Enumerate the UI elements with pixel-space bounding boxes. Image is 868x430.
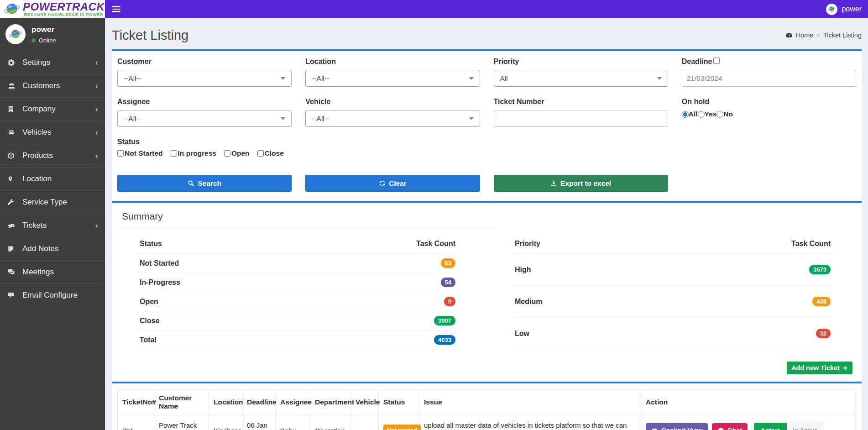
breadcrumb-home-link[interactable]: Home [796, 31, 814, 39]
dashboard-icon [785, 32, 793, 39]
tickets-table-panel: TicketNo# Customer Name Location Deadlin… [112, 382, 862, 430]
sidebar-item-company[interactable]: Company [0, 97, 105, 121]
status-row-label: Close [137, 311, 300, 330]
download-icon [550, 180, 557, 187]
sidebar-item-tickets[interactable]: Tickets [0, 214, 105, 237]
vehicle-label: Vehicle [305, 98, 480, 106]
vehicle-cell [351, 415, 379, 430]
status-checkbox-not-started[interactable] [117, 150, 124, 157]
on-hold-radio-yes[interactable] [698, 111, 705, 118]
column-header-department: Department [310, 389, 351, 415]
status-row-label: Total [137, 330, 300, 350]
comment-icon [7, 291, 16, 299]
filter-deadline: Deadline [682, 58, 856, 87]
location-cell: Kinshasa [209, 415, 242, 430]
filter-location: Location --All-- [305, 58, 480, 87]
status-checkbox-open[interactable] [224, 150, 230, 157]
on-hold-radio-all[interactable] [682, 111, 689, 118]
deadline-checkbox[interactable] [713, 58, 720, 64]
users-icon [7, 82, 16, 90]
filter-ticket-number: Ticket Number [494, 98, 668, 127]
sidebar-item-add-notes[interactable]: Add Notes [0, 237, 105, 260]
customer-select-value: --All-- [124, 74, 141, 83]
sidebar-item-label: Email Configure [22, 291, 78, 300]
table-row: Not Started 63 [137, 254, 458, 273]
sidebar-item-location[interactable]: Location [0, 167, 105, 190]
sidebar-item-label: Customers [22, 81, 60, 90]
priority-select[interactable]: All [494, 70, 668, 87]
status-checkbox-close[interactable] [257, 150, 264, 157]
sidebar-item-label: Meetings [22, 267, 54, 277]
chevron-down-icon [281, 77, 285, 80]
chevron-down-icon [281, 117, 285, 120]
column-header-assignee: Assignee [276, 389, 310, 415]
sidebar-user-avatar[interactable] [5, 24, 26, 44]
priority-summary-table: Priority Task Count High 3573 Medium 428… [512, 234, 833, 350]
vehicle-select[interactable]: --All-- [305, 110, 480, 127]
action-cell: Cockpit View Chat Active In Active [641, 415, 856, 430]
ticket-number-input[interactable] [494, 110, 668, 127]
status-option-label: Close [265, 149, 284, 157]
chevron-left-icon [95, 105, 98, 114]
tickets-table: TicketNo# Customer Name Location Deadlin… [117, 389, 856, 430]
brand-name: POWERTRACK [23, 1, 105, 12]
divider [122, 228, 492, 229]
customer-label: Customer [117, 58, 292, 66]
count-badge: 9 [444, 297, 455, 306]
column-header-status: Status [379, 389, 419, 415]
table-row: High 3573 [512, 254, 833, 286]
status-badge: Not started [383, 425, 421, 430]
count-badge: 3907 [434, 316, 455, 325]
status-option-label: In progress [178, 149, 216, 157]
table-row: In-Progress 54 [137, 273, 458, 292]
sidebar-item-customers[interactable]: Customers [0, 74, 105, 97]
deadline-date-input[interactable] [682, 70, 856, 87]
table-row: Medium 428 [512, 286, 833, 318]
inactive-button[interactable]: In Active [787, 423, 824, 430]
on-hold-option-label: All [689, 110, 698, 118]
user-avatar [826, 4, 837, 15]
sidebar-toggle-hamburger-icon[interactable] [112, 6, 120, 12]
filter-status: Status Not Started In progress Open [117, 138, 856, 157]
location-select[interactable]: --All-- [305, 70, 480, 87]
sidebar-user-name: power [31, 25, 54, 34]
search-button[interactable]: Search [117, 175, 292, 192]
table-row: Open 9 [137, 292, 458, 311]
on-hold-radio-no[interactable] [716, 111, 723, 118]
cockpit-view-button[interactable]: Cockpit View [646, 423, 708, 430]
status-row-label: In-Progress [137, 273, 300, 292]
sidebar-item-settings[interactable]: Settings [0, 51, 105, 74]
sidebar-item-vehicles[interactable]: Vehicles [0, 121, 105, 144]
export-to-excel-button[interactable]: Export to excel [494, 175, 668, 192]
sidebar-item-label: Company [22, 105, 56, 114]
sidebar-item-meetings[interactable]: Meetings [0, 260, 105, 283]
chevron-down-icon [469, 117, 474, 120]
brand-logo[interactable]: POWERTRACK BECAUSE KNOWLEDGE IS POWER [0, 0, 105, 18]
top-navbar: power [105, 0, 868, 18]
location-select-value: --All-- [312, 74, 329, 83]
clear-button[interactable]: Clear [305, 175, 480, 192]
add-new-ticket-button[interactable]: Add new Ticket [787, 362, 852, 374]
sidebar-item-email-configure[interactable]: Email Configure [0, 283, 105, 307]
status-option-label: Not Started [125, 149, 163, 157]
chat-bubble-icon [717, 427, 724, 430]
status-checkbox-in-progress[interactable] [171, 150, 177, 157]
chat-button[interactable]: Chat [712, 423, 748, 430]
status-cell: Not started [379, 415, 419, 430]
customer-select[interactable]: --All-- [117, 70, 292, 87]
column-header-vehicle: Vehicle [351, 389, 379, 415]
sidebar-item-products[interactable]: Products [0, 144, 105, 167]
sidebar-item-label: Location [22, 174, 52, 184]
column-header-task-count: Task Count [300, 234, 458, 254]
cockpit-view-label: Cockpit View [661, 427, 702, 430]
note-icon [7, 245, 16, 253]
user-menu[interactable]: power [826, 4, 862, 15]
refresh-icon [379, 180, 386, 187]
column-header-customer-name: Customer Name [154, 389, 209, 415]
status-option-label: Open [231, 149, 250, 157]
active-button[interactable]: Active [754, 423, 787, 430]
sidebar-item-service-type[interactable]: Service Type [0, 190, 105, 214]
count-badge: 32 [816, 329, 831, 338]
assignee-select[interactable]: --All-- [117, 110, 292, 127]
filter-priority: Priority All [494, 58, 668, 87]
